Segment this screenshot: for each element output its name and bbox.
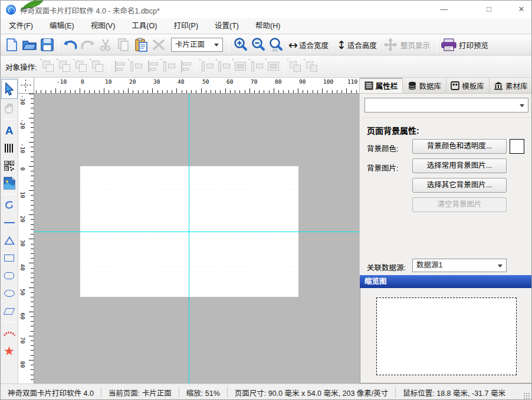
ruler-tick xyxy=(31,200,34,201)
rounded-rectangle-tool[interactable] xyxy=(1,267,18,284)
thumbnail-preview[interactable] xyxy=(376,297,517,375)
ruler-label: 100 xyxy=(323,78,333,85)
design-canvas[interactable] xyxy=(34,94,359,384)
ruler-tick xyxy=(303,90,303,93)
ruler-tick xyxy=(65,90,65,93)
paste-icon[interactable] xyxy=(132,37,150,53)
ruler-label: 70 xyxy=(19,337,26,343)
ruler-tick xyxy=(104,88,104,93)
line-tool[interactable] xyxy=(1,214,18,231)
toolbar-separator xyxy=(58,37,59,52)
zoom-out-icon[interactable] xyxy=(249,37,267,53)
toolbar-separator xyxy=(284,59,285,74)
new-document-icon[interactable] xyxy=(3,37,21,53)
toolbar-separator xyxy=(196,59,197,74)
object-selector-combo[interactable] xyxy=(364,98,528,113)
select-common-bg-button[interactable]: 选择常用背景图片... xyxy=(412,158,507,173)
menu-print[interactable]: 打印(P) xyxy=(165,18,206,34)
barcode-tool[interactable] xyxy=(1,140,18,156)
menu-file[interactable]: 文件(F) xyxy=(1,18,41,34)
open-file-icon[interactable] xyxy=(21,37,38,53)
star-tool[interactable]: ★ xyxy=(1,342,18,359)
ruler-tick xyxy=(337,90,337,93)
ruler-tick xyxy=(31,297,34,297)
bg-color-swatch[interactable] xyxy=(510,139,524,154)
ruler-tick xyxy=(322,88,323,93)
menu-tools[interactable]: 工具(O) xyxy=(123,18,165,34)
ruler-tick xyxy=(317,90,318,93)
zoom-actual-icon[interactable]: 1:1 xyxy=(267,37,285,53)
stamp-tool[interactable] xyxy=(1,325,18,341)
palette-separator xyxy=(3,322,16,322)
thumbnail-panel xyxy=(360,288,532,384)
select-other-bg-button[interactable]: 选择其它背景图片... xyxy=(412,178,507,193)
print-preview-icon[interactable] xyxy=(440,37,458,53)
print-preview-label[interactable]: 打印预览 xyxy=(459,39,488,51)
horizontal-guide-line[interactable] xyxy=(34,232,359,232)
menu-view[interactable]: 视图(V) xyxy=(83,18,124,34)
menu-settings[interactable]: 设置(T) xyxy=(206,18,247,34)
ruler-label: 20 xyxy=(19,216,26,222)
ruler-tick xyxy=(186,90,187,93)
ruler-tick xyxy=(327,90,327,93)
delete-icon xyxy=(150,37,168,53)
bg-color-button[interactable]: 背景颜色和透明度... xyxy=(412,139,507,154)
resize-grip[interactable] xyxy=(523,392,530,399)
triangle-tool[interactable] xyxy=(1,232,18,249)
ruler-label: 30 xyxy=(19,240,26,246)
ruler-tick xyxy=(31,326,34,326)
ruler-tick xyxy=(31,345,34,346)
save-icon[interactable] xyxy=(38,37,56,53)
ruler-label: 70 xyxy=(251,78,257,85)
zoom-in-icon[interactable] xyxy=(232,37,249,53)
ruler-tick xyxy=(31,229,34,230)
ruler-tick xyxy=(31,258,34,259)
undo-icon[interactable] xyxy=(61,37,79,53)
ruler-tick xyxy=(31,350,34,351)
menu-edit[interactable]: 编辑(E) xyxy=(41,18,83,34)
vertical-guide-line[interactable] xyxy=(189,94,189,384)
palette-separator xyxy=(3,119,16,120)
ruler-tick xyxy=(341,90,342,93)
qrcode-tool[interactable] xyxy=(1,157,18,174)
curve-tool[interactable] xyxy=(1,197,18,213)
image-tool[interactable] xyxy=(1,175,18,191)
close-button[interactable]: ✕ xyxy=(511,1,531,18)
fit-height-icon[interactable]: ↕ xyxy=(337,39,346,51)
select-tool[interactable] xyxy=(1,79,18,99)
fit-width-icon[interactable]: ↔ xyxy=(288,39,298,51)
ruler-tick xyxy=(31,306,34,307)
status-app-name: 神奇双面卡片打印软件 4.0 xyxy=(1,387,101,398)
fit-width-label[interactable]: 适合宽度 xyxy=(299,39,329,51)
datasource-combo[interactable]: 数据源1 xyxy=(412,259,507,272)
tab-database[interactable]: 数据库 xyxy=(403,78,446,93)
bg-color-label: 背景颜色: xyxy=(367,143,398,154)
ruler-tick xyxy=(147,90,148,93)
template-icon xyxy=(451,81,459,90)
tab-properties[interactable]: 属性栏 xyxy=(360,78,403,93)
maximize-button[interactable]: □ xyxy=(479,1,499,18)
text-tool[interactable]: A xyxy=(1,122,18,138)
rectangle-tool[interactable] xyxy=(1,250,18,266)
ruler-tick xyxy=(31,249,34,249)
ellipse-tool[interactable] xyxy=(1,285,18,302)
ruler-tick xyxy=(245,90,245,93)
ruler-label: 30 xyxy=(153,78,160,85)
tab-templates[interactable]: 模板库 xyxy=(446,78,490,93)
menu-help[interactable]: 帮助(H) xyxy=(247,18,288,34)
ruler-tick xyxy=(123,90,124,93)
page-selector[interactable]: 卡片正面 xyxy=(171,38,223,52)
tab-materials[interactable]: 素材库 xyxy=(490,78,532,93)
fit-height-label[interactable]: 适合高度 xyxy=(347,39,377,51)
ruler-tick xyxy=(31,137,34,138)
main-toolbar: 卡片正面 1:1 ↔ 适合宽度 ↕ 适合高度 整页显示 打印预览 xyxy=(1,35,531,55)
ruler-tick xyxy=(29,263,34,263)
ruler-tick xyxy=(31,253,34,254)
minimize-button[interactable]: — xyxy=(434,1,454,18)
ruler-tick xyxy=(31,132,34,133)
parallelogram-tool[interactable] xyxy=(1,303,18,319)
ruler-tick xyxy=(201,88,202,93)
send-to-back-icon xyxy=(57,59,73,74)
distribute-horizontal-icon xyxy=(265,59,282,74)
ruler-tick xyxy=(31,268,34,269)
